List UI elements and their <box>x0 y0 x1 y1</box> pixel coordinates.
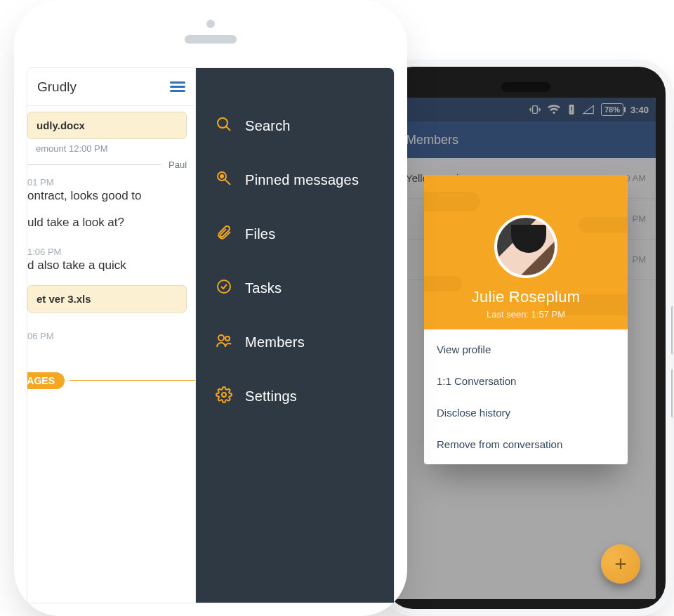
drawer-item-pinned[interactable]: Pinned messages <box>196 153 394 207</box>
svg-point-9 <box>218 280 230 293</box>
timestamp: 1:06 PM <box>27 247 187 257</box>
drawer-item-label: Files <box>245 226 275 242</box>
svg-point-10 <box>218 335 224 341</box>
thread-divider: Paul <box>27 159 195 170</box>
file-attachment[interactable]: et ver 3.xls <box>27 285 187 313</box>
profile-header: Julie Roseplum Last seen: 1:57 PM <box>424 175 628 329</box>
profile-last-seen: Last seen: 1:57 PM <box>487 309 565 320</box>
svg-point-12 <box>222 393 226 397</box>
cloud-decoration <box>424 276 462 291</box>
action-disclose-history[interactable]: Disclose history <box>424 397 628 428</box>
drawer-item-files[interactable]: Files <box>196 207 394 261</box>
iphone-frame: Grudly udly.docx emount 12:00 PM Paul 01… <box>14 0 407 616</box>
new-messages-badge: SAGES <box>27 372 65 389</box>
android-side-button <box>671 369 673 418</box>
drawer-item-label: Settings <box>245 388 297 405</box>
drawer-item-label: Search <box>245 118 291 134</box>
divider-name: Paul <box>168 159 195 170</box>
hamburger-icon[interactable] <box>170 81 185 92</box>
plus-icon: + <box>614 552 627 576</box>
drawer-item-settings[interactable]: Settings <box>196 369 394 424</box>
chat-title: Grudly <box>37 79 77 95</box>
timestamp: 01 PM <box>27 177 187 188</box>
side-drawer: Search Pinned messages Files <box>196 68 394 603</box>
message-text: d also take a quick <box>27 258 187 273</box>
chat-strip: Grudly udly.docx emount 12:00 PM Paul 01… <box>27 68 196 603</box>
action-one-to-one[interactable]: 1:1 Conversation <box>424 365 628 397</box>
drawer-item-label: Members <box>245 334 305 350</box>
svg-point-4 <box>218 118 227 128</box>
drawer-item-label: Pinned messages <box>245 172 359 188</box>
action-view-profile[interactable]: View profile <box>424 334 628 365</box>
search-icon <box>216 116 232 136</box>
members-icon <box>216 332 232 353</box>
message-text: uld take a look at? <box>27 216 187 230</box>
drawer-item-search[interactable]: Search <box>196 99 394 153</box>
cloud-decoration <box>579 217 628 232</box>
gear-icon <box>216 386 232 407</box>
svg-point-7 <box>220 175 223 178</box>
paperclip-icon <box>216 224 232 244</box>
fab-add-button[interactable]: + <box>601 544 640 584</box>
profile-avatar[interactable] <box>494 215 557 278</box>
member-profile-card: Julie Roseplum Last seen: 1:57 PM View p… <box>424 175 628 464</box>
svg-point-11 <box>225 336 230 341</box>
chat-header: Grudly <box>27 68 195 106</box>
drawer-item-tasks[interactable]: Tasks <box>196 261 394 315</box>
timestamp: 06 PM <box>27 331 187 341</box>
android-speaker <box>501 82 550 92</box>
svg-line-8 <box>225 179 230 185</box>
android-phone-frame: 78% 3:40 Members Yellowspark Last seen: … <box>379 60 673 616</box>
file-attachment[interactable]: udly.docx <box>27 112 187 139</box>
iphone-speaker <box>185 35 237 44</box>
message-text: ontract, looks good to <box>27 189 187 203</box>
new-messages-divider <box>70 380 195 381</box>
iphone-camera <box>206 20 215 28</box>
android-side-button <box>671 306 673 355</box>
sender-meta: emount 12:00 PM <box>36 143 187 154</box>
svg-line-5 <box>226 126 230 131</box>
drawer-item-members[interactable]: Members <box>196 315 394 369</box>
cloud-decoration <box>424 192 480 211</box>
action-remove-from-conversation[interactable]: Remove from conversation <box>424 428 628 460</box>
check-circle-icon <box>216 278 232 299</box>
profile-name: Julie Roseplum <box>472 288 581 306</box>
pin-icon <box>216 170 232 190</box>
drawer-item-label: Tasks <box>245 280 282 296</box>
